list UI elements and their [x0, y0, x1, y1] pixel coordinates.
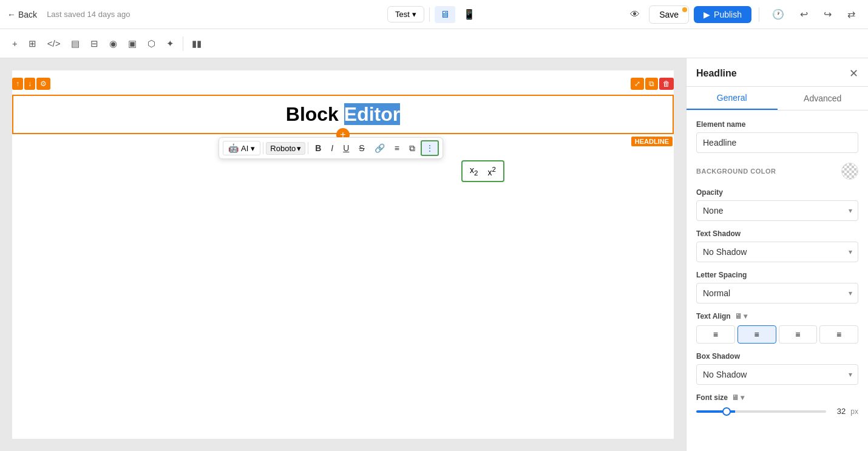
nav-center: Test ▾ 🖥 📱 — [387, 5, 481, 23]
strikethrough-button[interactable]: S — [354, 141, 368, 155]
top-nav: ← Back Last saved 14 days ago Test ▾ 🖥 📱… — [0, 0, 868, 29]
text-shadow-label: Text Shadow — [696, 229, 858, 238]
opacity-label: Opacity — [696, 188, 858, 197]
canvas: ↑ ↓ ⚙ ⤢ ⧉ 🗑 Block Editor HEADLINE + — [0, 58, 686, 451]
back-button[interactable]: ← Back — [7, 10, 37, 19]
panel-close-button[interactable]: ✕ — [849, 67, 858, 80]
align-center-button[interactable]: ≡ — [737, 325, 776, 344]
settings-button[interactable]: ⇄ — [842, 5, 861, 23]
effects-button[interactable]: ✦ — [161, 35, 179, 53]
element-name-label: Element name — [696, 120, 858, 129]
back-arrow-icon: ← — [7, 10, 16, 19]
layout-button[interactable]: ▤ — [66, 35, 84, 53]
element-name-input[interactable] — [696, 132, 858, 153]
divider2 — [759, 7, 759, 22]
text-shadow-select-row: No Shadow Small Medium Large ▾ — [696, 242, 858, 262]
text-align-buttons: ≡ ≡ ≡ ≡ — [696, 325, 858, 344]
font-size-unit: px — [850, 407, 858, 416]
tab-advanced[interactable]: Advanced — [778, 87, 869, 110]
test-label: Test — [395, 10, 410, 19]
media-button[interactable]: ▣ — [123, 35, 141, 53]
block-settings-button[interactable]: ⚙ — [36, 78, 50, 90]
bold-button[interactable]: B — [311, 141, 325, 155]
toolbar: + ⊞ </> ▤ ⊟ ◉ ▣ ⬡ ✦ ▮▮ — [0, 29, 868, 58]
chevron-down-icon: ▾ — [412, 10, 416, 19]
letter-spacing-select-row: Normal Tight Wide Wider Widest ▾ — [696, 283, 858, 303]
text-shadow-select[interactable]: No Shadow Small Medium Large — [696, 242, 858, 262]
underline-button[interactable]: U — [339, 141, 353, 155]
saved-text: Last saved 14 days ago — [47, 10, 130, 19]
nav-right: 👁 Save ▶ Publish 🕐 ↩ ↪ ⇄ — [626, 5, 861, 24]
test-button[interactable]: Test ▾ — [387, 6, 424, 22]
save-label: Save — [659, 10, 679, 19]
block-controls: ↑ ↓ ⚙ — [12, 78, 50, 90]
preview-button[interactable]: 👁 — [626, 6, 644, 23]
block-right-controls: ⤢ ⧉ 🗑 — [631, 78, 674, 90]
sub-superscript-popup: x2 x2 — [461, 160, 504, 182]
sidebar-toggle-button[interactable]: ▮▮ — [187, 35, 206, 53]
letter-spacing-label: Letter Spacing — [696, 271, 858, 279]
unsaved-indicator — [682, 7, 687, 12]
format-toolbar: 🤖 AI ▾ Roboto ▾ B I U S 🔗 ≡ ⧉ ⋮ — [219, 137, 443, 159]
bg-color-section-label: BACKGROUND COLOR — [696, 163, 858, 180]
publish-icon: ▶ — [704, 10, 710, 19]
save-button[interactable]: Save — [649, 5, 689, 24]
duplicate-text-button[interactable]: ⧉ — [405, 141, 419, 156]
font-name: Roboto — [270, 144, 296, 153]
more-options-button[interactable]: ⋮ — [421, 140, 439, 156]
italic-button[interactable]: I — [327, 141, 337, 155]
ft-divider1 — [263, 142, 263, 154]
box-shadow-select[interactable]: No Shadow Small Medium Large — [696, 364, 858, 385]
fullscreen-button[interactable]: ⤢ — [631, 78, 644, 90]
ai-label: AI — [241, 144, 248, 153]
box-shadow-label: Box Shadow — [696, 352, 858, 361]
publish-button[interactable]: ▶ Publish — [694, 6, 751, 23]
bg-color-swatch[interactable] — [841, 163, 858, 180]
nav-left: ← Back Last saved 14 days ago — [7, 10, 130, 19]
link-button[interactable]: 🔗 — [370, 141, 389, 155]
align-left-button[interactable]: ≡ — [696, 325, 735, 344]
superscript-button[interactable]: x2 — [485, 164, 498, 178]
letter-spacing-select[interactable]: Normal Tight Wide Wider Widest — [696, 283, 858, 303]
align-right-button[interactable]: ≡ — [779, 325, 818, 344]
responsive-icon: 🖥 ▾ — [734, 312, 747, 320]
history-button[interactable]: 🕐 — [767, 5, 790, 23]
align-justify-button[interactable]: ≡ — [819, 325, 858, 344]
image-button[interactable]: ⬡ — [143, 35, 160, 53]
opacity-select[interactable]: None 10% 20% 50% 75% 100% — [696, 200, 858, 221]
headline-text-normal: Block — [286, 103, 344, 125]
move-down-button[interactable]: ↓ — [24, 78, 35, 90]
ai-chevron-icon: ▾ — [251, 144, 255, 153]
divider — [429, 7, 430, 22]
panel-body: Element name BACKGROUND COLOR Opacity No… — [687, 110, 868, 451]
font-selector[interactable]: Roboto ▾ — [266, 142, 305, 155]
ai-icon: 🤖 — [228, 143, 239, 153]
tab-general[interactable]: General — [687, 87, 778, 110]
move-up-button[interactable]: ↑ — [12, 78, 23, 90]
font-chevron-icon: ▾ — [297, 144, 301, 153]
font-size-label-row: Font size 🖥 ▾ — [696, 393, 858, 402]
desktop-view-button[interactable]: 🖥 — [435, 6, 455, 23]
font-size-value: 32 — [831, 407, 846, 416]
ai-button[interactable]: 🤖 AI ▾ — [223, 141, 260, 155]
align-button[interactable]: ≡ — [390, 141, 404, 155]
code-button[interactable]: </> — [42, 35, 66, 52]
add-element-button[interactable]: + — [7, 35, 22, 52]
delete-button[interactable]: 🗑 — [659, 78, 674, 90]
headline-badge: HEADLINE — [631, 137, 673, 146]
headline-text-selected: Editor — [344, 103, 400, 125]
subscript-button[interactable]: x2 — [467, 164, 480, 178]
font-size-slider[interactable] — [696, 410, 826, 413]
grid-button[interactable]: ⊟ — [86, 35, 103, 53]
canvas-inner: ↑ ↓ ⚙ ⤢ ⧉ 🗑 Block Editor HEADLINE + — [12, 70, 674, 439]
back-label: Back — [18, 10, 37, 19]
panel-title: Headline — [696, 68, 737, 79]
duplicate-button[interactable]: ⧉ — [645, 78, 658, 90]
redo-button[interactable]: ↪ — [818, 5, 837, 23]
undo-button[interactable]: ↩ — [795, 5, 813, 23]
components-button[interactable]: ◉ — [104, 35, 122, 53]
layers-button[interactable]: ⊞ — [24, 35, 41, 53]
mobile-view-button[interactable]: 📱 — [458, 5, 481, 23]
box-shadow-select-row: No Shadow Small Medium Large ▾ — [696, 364, 858, 385]
right-panel: Headline ✕ General Advanced Element name… — [686, 58, 868, 451]
